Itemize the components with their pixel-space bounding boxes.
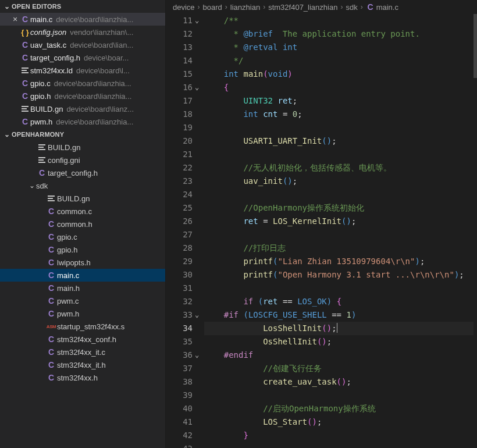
code-line[interactable]: //创建飞行任务: [204, 362, 474, 375]
code-line[interactable]: [204, 389, 474, 402]
code-line[interactable]: printf("Open Harmony 3.1 start ...\r\n\r…: [204, 268, 474, 282]
code-line[interactable]: uav_init();: [204, 175, 474, 188]
open-editor-item[interactable]: Cuav_task.cdevice\board\lian...: [0, 38, 165, 51]
code-line[interactable]: #if (LOSCFG_USE_SHELL == 1): [204, 308, 474, 322]
tree-file[interactable]: Ccommon.c: [0, 205, 165, 218]
tree-file[interactable]: ASMstartup_stm32f4xx.s: [0, 320, 165, 333]
code-line[interactable]: [204, 228, 474, 241]
code-line[interactable]: printf("Lian Zhian 13510979604\r\n");: [204, 255, 474, 268]
breadcrumb-segment[interactable]: board: [203, 3, 222, 12]
code-area[interactable]: 1112131415161718192021222324252627282930…: [166, 14, 477, 448]
tree-file[interactable]: Ctarget_config.h: [0, 166, 165, 179]
token-doc: /**: [224, 16, 238, 25]
tree-file[interactable]: Cgpio.c: [0, 230, 165, 243]
fold-spacer: [195, 54, 204, 67]
open-editor-item[interactable]: ×Cmain.cdevice\board\lianzhia...: [0, 13, 165, 26]
tree-folder[interactable]: ⌄sdk: [0, 179, 165, 192]
open-editor-item[interactable]: stm32f4xx.lddevice\board\l...: [0, 64, 165, 77]
code-line[interactable]: create_uav_task();: [204, 375, 474, 389]
code-line[interactable]: USART1_UART_Init();: [204, 134, 474, 148]
code-line[interactable]: {: [204, 81, 474, 94]
open-editor-item[interactable]: Ctarget_config.hdevice\boar...: [0, 51, 165, 64]
token-func: LOS_Start: [263, 417, 307, 426]
tree-file[interactable]: BUILD.gn: [0, 141, 165, 154]
code-line[interactable]: [204, 442, 474, 448]
code-line[interactable]: */: [204, 54, 474, 67]
code-text[interactable]: /** * @brief The application entry point…: [204, 14, 474, 448]
token-num: 0: [293, 109, 297, 119]
fold-marker[interactable]: ⌄: [195, 81, 204, 94]
breadcrumb-segment[interactable]: stm32f407_lianzhian: [268, 3, 337, 12]
tree-file[interactable]: Cmain.h: [0, 282, 165, 294]
tree-file[interactable]: BUILD.gn: [0, 192, 165, 205]
code-line[interactable]: //启动OpenHarmony操作系统: [204, 402, 474, 415]
open-editor-item[interactable]: BUILD.gndevice\board\lianz...: [0, 102, 165, 115]
token-brace2: ): [351, 310, 356, 319]
vertical-scrollbar[interactable]: [474, 14, 477, 448]
token-plain: [253, 297, 258, 306]
open-editor-item[interactable]: { }config.jsonvendor\lianzhian\...: [0, 26, 165, 38]
code-line[interactable]: int cnt = 0;: [204, 108, 474, 121]
token-plain: ;: [327, 337, 332, 346]
code-line[interactable]: int main(void): [204, 67, 474, 81]
code-line[interactable]: if (ret == LOS_OK) {: [204, 295, 474, 308]
breadcrumb-file[interactable]: main.c: [376, 3, 398, 12]
code-line[interactable]: LosShellInit();: [204, 322, 474, 335]
code-line[interactable]: //OpenHarmony操作系统初始化: [204, 201, 474, 215]
code-line[interactable]: ret = LOS_KernelInit();: [204, 215, 474, 228]
open-editor-item[interactable]: Cpwm.hdevice\board\lianzhia...: [0, 115, 165, 128]
code-line[interactable]: [204, 121, 474, 134]
code-line[interactable]: [204, 282, 474, 295]
tree-file[interactable]: Cpwm.c: [0, 294, 165, 307]
code-line[interactable]: UINT32 ret;: [204, 94, 474, 108]
open-editors-header[interactable]: ⌄ OPEN EDITORS: [0, 0, 165, 13]
code-line[interactable]: [204, 188, 474, 201]
code-line[interactable]: /**: [204, 14, 474, 27]
open-editor-item[interactable]: Cgpio.hdevice\board\lianzhia...: [0, 90, 165, 102]
token-plain: ==: [327, 310, 347, 319]
breadcrumb-segment[interactable]: lianzhian: [230, 3, 260, 12]
code-line[interactable]: * @retval int: [204, 41, 474, 54]
breadcrumb[interactable]: device›board›lianzhian›stm32f407_lianzhi…: [166, 0, 477, 14]
tree-file[interactable]: Clwipopts.h: [0, 256, 165, 269]
open-editor-item[interactable]: Cgpio.cdevice\board\lianzhia...: [0, 77, 165, 90]
token-func: printf: [243, 270, 273, 279]
fold-spacer: [195, 442, 204, 448]
explorer-root-header[interactable]: ⌄ OPENHARMONY: [0, 128, 165, 141]
fold-marker[interactable]: ⌄: [195, 308, 204, 322]
tree-file[interactable]: Cstm32f4xx_it.h: [0, 358, 165, 371]
code-line[interactable]: [204, 148, 474, 161]
tree-file[interactable]: Cstm32f4xx_it.c: [0, 346, 165, 358]
token-brace2: (): [283, 176, 293, 186]
tree-file[interactable]: config.gni: [0, 154, 165, 166]
token-plain: [204, 109, 243, 119]
breadcrumb-segment[interactable]: sdk: [346, 3, 357, 12]
tree-file[interactable]: Ccommon.h: [0, 218, 165, 230]
fold-marker[interactable]: ⌄: [195, 14, 204, 27]
line-number: 30: [166, 268, 193, 282]
fold-marker[interactable]: ⌄: [195, 349, 204, 362]
fold-gutter[interactable]: ⌄⌄⌄⌄: [195, 14, 204, 448]
code-line[interactable]: }: [204, 429, 474, 442]
fold-spacer: [195, 228, 204, 241]
code-line[interactable]: //无人机初始化，包括传感器、电机等。: [204, 161, 474, 175]
breadcrumb-segment[interactable]: device: [173, 3, 195, 12]
scrollbar-thumb[interactable]: [474, 14, 477, 78]
code-line[interactable]: * @brief The application entry point.: [204, 27, 474, 41]
tree-file[interactable]: Cstm32f4xx_conf.h: [0, 333, 165, 346]
tree-file[interactable]: Cstm32f4xx.h: [0, 371, 165, 384]
token-plain: [204, 270, 243, 279]
c-file-icon: C: [20, 117, 30, 126]
tree-file[interactable]: Cmain.c: [0, 269, 165, 282]
token-plain: [204, 203, 243, 212]
token-doc: */: [204, 56, 243, 65]
code-line[interactable]: //打印日志: [204, 241, 474, 255]
token-brace: (): [307, 417, 317, 426]
code-line[interactable]: LOS_Start();: [204, 415, 474, 429]
close-icon[interactable]: ×: [10, 15, 20, 24]
code-line[interactable]: #endif: [204, 349, 474, 362]
code-line[interactable]: OsShellInit();: [204, 335, 474, 349]
tree-item-label: common.h: [57, 220, 92, 229]
tree-file[interactable]: Cpwm.h: [0, 307, 165, 320]
tree-file[interactable]: Cgpio.h: [0, 243, 165, 256]
